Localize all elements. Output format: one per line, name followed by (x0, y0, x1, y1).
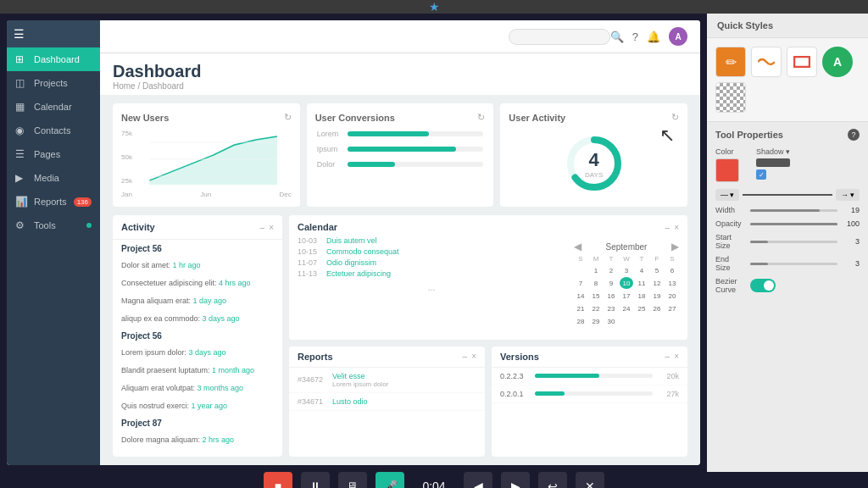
bar-fill-1 (348, 131, 429, 136)
tool-props-header: Tool Properties ? (715, 129, 860, 141)
donut-wrapper: 4 DAYS (560, 130, 628, 197)
versions-close[interactable]: × (674, 352, 679, 361)
next-button[interactable]: ▶ (501, 472, 530, 488)
end-size-slider[interactable] (750, 263, 837, 265)
cal-next[interactable]: ▶ (671, 241, 679, 252)
versions-collapse[interactable]: – (665, 352, 670, 361)
line-end-select[interactable]: → ▾ (836, 189, 860, 201)
wave-icon (758, 57, 775, 67)
mic-button[interactable]: 🎤 (376, 472, 404, 488)
report-title-1[interactable]: Velit esse (332, 372, 388, 380)
calendar-title: Calendar (298, 222, 337, 232)
cal-event-title-1[interactable]: Duis autem vel (326, 236, 377, 245)
sidebar-item-reports[interactable]: 📊 Reports 136 (7, 190, 100, 214)
search-box[interactable] (509, 29, 610, 45)
line-cap-select[interactable]: — ▾ (715, 189, 739, 201)
bezier-label: Bezier Curve (715, 277, 745, 294)
qs-wave-item[interactable] (751, 47, 782, 77)
tool-props-help[interactable]: ? (848, 129, 860, 141)
sidebar-item-contacts[interactable]: ◉ Contacts (7, 119, 100, 142)
search-input[interactable] (520, 32, 599, 42)
sidebar-toggle[interactable]: ☰ (7, 20, 100, 47)
new-users-card: New Users ↻ 75k 50k 25k (113, 103, 300, 207)
new-users-refresh[interactable]: ↻ (284, 112, 292, 123)
qs-checker-item[interactable] (715, 82, 746, 113)
back-button[interactable]: ↩ (538, 472, 567, 488)
cal-events: 10-03 Duis autem vel 10-15 (298, 236, 565, 324)
bezier-toggle[interactable] (750, 279, 776, 292)
activity-item-2: Consectetuer adipiscing elit: 4 hrs ago (121, 274, 274, 289)
activity-collapse[interactable]: – (260, 223, 265, 232)
reports-close[interactable]: × (471, 352, 476, 361)
cal-week-2: 7 8 9 10 11 12 13 (574, 277, 679, 289)
report-row-2: #34671 Lusto odio (289, 393, 485, 411)
shadow-label[interactable]: Shadow ▾ (756, 147, 790, 156)
sidebar-item-dashboard[interactable]: ⊞ Dashboard (7, 47, 100, 71)
color-swatch[interactable] (715, 158, 739, 182)
activity-panel-header: Activity – × (113, 215, 282, 240)
report-title-2[interactable]: Lusto odio (332, 397, 476, 406)
qs-rect-item[interactable] (787, 47, 817, 77)
reports-collapse[interactable]: – (463, 352, 468, 361)
activity-close[interactable]: × (269, 223, 274, 232)
activity-project-1: Project 56 (121, 244, 274, 253)
user-activity-refresh[interactable]: ↻ (671, 112, 679, 123)
versions-panel: Versions – × 0.2.2.3 (492, 347, 687, 458)
search-icon[interactable]: 🔍 (610, 30, 624, 43)
sidebar-item-projects[interactable]: ◫ Projects (7, 71, 100, 95)
prev-button[interactable]: ◀ (464, 472, 492, 488)
mic-icon: 🎤 (383, 480, 398, 488)
bell-icon[interactable]: 🔔 (647, 30, 660, 43)
right-panel: Quick Styles ✏ (707, 14, 868, 472)
close-button[interactable]: ✕ (576, 472, 604, 488)
cal-event-title-3[interactable]: Odio dignissim (326, 258, 376, 267)
end-size-label: End Size (715, 255, 745, 272)
start-size-slider[interactable] (750, 241, 837, 243)
main-content: 🔍 ? 🔔 A Dashboard Home / Dashboard (100, 20, 700, 465)
start-size-fill (750, 241, 768, 243)
help-icon[interactable]: ? (632, 30, 638, 43)
versions-controls: – × (665, 352, 679, 361)
sidebar-item-pages[interactable]: ☰ Pages (7, 142, 100, 166)
tool-properties: Tool Properties ? Color Shadow ▾ (707, 121, 868, 472)
new-users-header: New Users ↻ (121, 112, 292, 123)
bottom-row: Reports – × #34672 (289, 347, 687, 458)
cal-event-title-2[interactable]: Commodo consequat (326, 247, 399, 256)
sidebar-item-media[interactable]: ▶ Media (7, 166, 100, 190)
stop-button[interactable]: ■ (264, 472, 292, 488)
version-fill-1 (535, 374, 599, 378)
calendar-close[interactable]: × (674, 223, 679, 232)
dashboard-window: ☰ ⊞ Dashboard ◫ Projects ▦ Calendar (7, 20, 700, 465)
qs-avatar-item[interactable]: A (822, 47, 853, 77)
sidebar-item-tools[interactable]: ⚙ Tools (7, 214, 100, 237)
sidebar-item-calendar[interactable]: ▦ Calendar (7, 95, 100, 119)
opacity-slider[interactable] (750, 223, 837, 225)
activity-content: Project 56 Dolor sit amet: 1 hr ago Cons… (113, 240, 282, 457)
report-sub-1: Lorem ipsum dolor (332, 380, 388, 388)
reports-title: Reports (298, 352, 333, 362)
record-button[interactable]: 🖥 (338, 472, 367, 488)
bar-track-1 (348, 131, 484, 136)
reports-icon: 📊 (15, 196, 27, 208)
avatar[interactable]: A (669, 27, 687, 46)
user-conversions-title: User Conversions (315, 113, 395, 123)
activity-item-9: Dolore magna aliquam: 2 hrs ago (121, 430, 274, 446)
cal-prev[interactable]: ◀ (574, 241, 581, 252)
cal-event-title-4[interactable]: Ectetuer adipiscing (326, 269, 391, 278)
shadow-checkbox[interactable]: ✓ (756, 169, 766, 180)
cal-month-nav: ◀ September ▶ (574, 241, 679, 252)
end-size-value: 3 (843, 259, 860, 268)
bar-fill-3 (348, 162, 395, 167)
user-conversions-refresh[interactable]: ↻ (477, 112, 485, 123)
calendar-collapse[interactable]: – (665, 223, 670, 232)
user-activity-header: User Activity ↻ (509, 112, 679, 123)
line-end-label: → (841, 191, 849, 199)
donut-unit: DAYS (585, 171, 603, 179)
hamburger-icon: ☰ (14, 27, 25, 41)
report-id-1: #34672 (298, 375, 327, 384)
pause-button[interactable]: ⏸ (301, 472, 330, 488)
qs-pencil-item[interactable]: ✏ (715, 47, 746, 77)
color-shadow-section: Color Shadow ▾ ✓ (715, 147, 860, 182)
x-labels: Jan Jun Dec (121, 191, 292, 198)
width-slider[interactable] (750, 209, 837, 212)
